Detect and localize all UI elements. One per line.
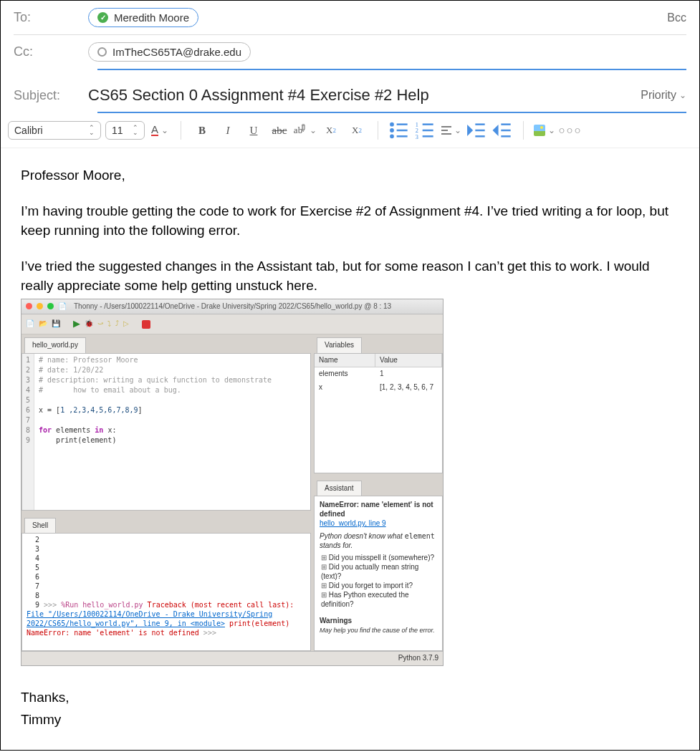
traffic-max-icon [47, 303, 54, 309]
shell-tab: Shell [24, 518, 56, 534]
superscript-button[interactable]: X2 [320, 120, 342, 140]
doc-icon: 📄 [58, 302, 67, 312]
indent-button[interactable] [492, 120, 513, 140]
highlight-button[interactable]: ab✎ ⌄ [294, 120, 316, 140]
chevron-down-icon: ⌄ [310, 125, 317, 136]
step-over-icon: ⤻ [97, 319, 103, 329]
suggestion: Has Python executed the definition? [321, 590, 437, 609]
var-row: elements1 [315, 367, 442, 381]
svg-point-4 [390, 135, 393, 138]
save-file-icon: 💾 [52, 319, 60, 329]
stepper-icon: ⌃⌄ [89, 125, 95, 135]
to-row: To: Meredith Moore Bcc [1, 1, 699, 34]
font-family-select[interactable]: Calibri ⌃⌄ [8, 121, 101, 140]
paragraph-1: I’m having trouble getting the code to w… [21, 201, 679, 241]
var-row: x[1, 2, 3, 4, 5, 6, 7 [315, 381, 442, 395]
chevron-down-icon: ⌄ [161, 125, 168, 135]
subject-label: Subject: [14, 88, 78, 103]
presence-unknown-icon [97, 47, 107, 57]
separator [523, 121, 524, 140]
align-button[interactable]: ⌄ [440, 120, 461, 140]
chevron-down-icon: ⌄ [548, 125, 555, 136]
bcc-button[interactable]: Bcc [667, 11, 686, 24]
separator [378, 121, 378, 140]
outdent-button[interactable] [466, 120, 487, 140]
svg-marker-19 [494, 127, 497, 134]
cc-chip[interactable]: ImTheCS65TA@drake.edu [88, 42, 251, 62]
variables-tab: Variables [317, 337, 362, 353]
thonny-window: 📄 Thonny - /Users/100022114/OneDrive - D… [21, 299, 444, 666]
new-file-icon: 📄 [26, 319, 34, 329]
error-link: hello_world.py, line 9 [320, 519, 386, 527]
underline-button[interactable]: U [243, 120, 264, 140]
thonny-status-bar: Python 3.7.9 [21, 651, 443, 665]
bold-button[interactable]: B [191, 120, 213, 140]
debug-icon: 🐞 [85, 319, 93, 329]
variables-pane: Name Value elements1 x[1, 2, 3, 4, 5, 6,… [314, 353, 443, 473]
stepper-icon: ⌃⌄ [133, 125, 138, 135]
chevron-down-icon: ⌄ [454, 125, 461, 136]
suggestion: Did you forget to import it? [321, 581, 437, 590]
code-content: # name: Professor Moore # date: 1/20/22 … [34, 354, 276, 510]
subscript-button[interactable]: X2 [346, 120, 368, 140]
step-into-icon: ⤵ [107, 319, 111, 329]
shell-pane: 2 3 4 5 6 7 8 9 >>> %Run hello_world.py … [21, 533, 311, 651]
traffic-close-icon [26, 303, 32, 309]
font-color-button[interactable]: A ⌄ [149, 120, 171, 140]
email-body[interactable]: Professor Moore, I’m having trouble gett… [1, 148, 699, 750]
paragraph-2: I’ve tried the suggested changes in the … [21, 256, 679, 296]
format-toolbar: Calibri ⌃⌄ 11 ⌃⌄ A ⌄ B I U abc ab✎ ⌄ X2 … [1, 113, 699, 148]
suggestion: Did you misspell it (somewhere)? [321, 553, 437, 562]
svg-point-2 [390, 129, 393, 131]
vars-col-name: Name [315, 354, 375, 367]
to-label: To: [14, 10, 78, 25]
cc-address: ImTheCS65TA@drake.edu [112, 46, 241, 58]
resume-icon: ▷ [123, 319, 129, 329]
strikethrough-button[interactable]: abc [269, 120, 290, 140]
code-editor: 123456789 # name: Professor Moore # date… [21, 353, 311, 511]
traffic-min-icon [37, 303, 43, 309]
number-list-button[interactable]: 123 [414, 120, 436, 140]
subject-row: Subject: Priority ⌄ [1, 70, 699, 112]
vars-col-value: Value [375, 354, 442, 367]
closing-thanks: Thanks, [21, 688, 679, 708]
step-out-icon: ⤴ [115, 319, 119, 329]
greeting: Professor Moore, [21, 165, 679, 185]
font-size-select[interactable]: 11 ⌃⌄ [105, 121, 145, 140]
insert-image-button[interactable]: ⌄ [534, 120, 555, 140]
cc-row: Cc: ImTheCS65TA@drake.edu [1, 35, 699, 69]
presence-available-icon [97, 12, 108, 23]
suggestion: Did you actually mean string (text)? [321, 562, 437, 581]
subject-input[interactable] [88, 83, 631, 107]
more-button[interactable]: ○○○ [560, 120, 581, 140]
signature: Timmy [21, 710, 679, 730]
priority-dropdown[interactable]: Priority ⌄ [641, 89, 686, 102]
cc-label: Cc: [14, 44, 78, 59]
svg-text:3: 3 [416, 134, 418, 140]
to-content[interactable]: Meredith Moore [88, 8, 657, 27]
assistant-pane: NameError: name 'element' is not defined… [314, 496, 443, 651]
line-gutter: 123456789 [22, 354, 34, 510]
svg-point-0 [390, 123, 393, 125]
chevron-down-icon: ⌄ [679, 90, 686, 100]
stop-icon [142, 320, 150, 329]
italic-button[interactable]: I [217, 120, 239, 140]
cc-content[interactable]: ImTheCS65TA@drake.edu [88, 42, 686, 62]
recipient-chip[interactable]: Meredith Moore [88, 8, 198, 27]
open-file-icon: 📂 [39, 319, 47, 329]
assistant-tab: Assistant [317, 481, 362, 496]
thonny-title: Thonny - /Users/100022114/OneDrive - Dra… [74, 302, 391, 312]
svg-marker-15 [468, 127, 471, 134]
thonny-toolbar: 📄 📂 💾 ▶ 🐞 ⤻ ⤵ ⤴ ▷ [21, 314, 443, 334]
bullet-list-button[interactable] [388, 120, 410, 140]
separator [181, 121, 181, 140]
recipient-name: Meredith Moore [114, 11, 189, 24]
editor-tab: hello_world.py [24, 337, 86, 353]
thonny-titlebar: 📄 Thonny - /Users/100022114/OneDrive - D… [21, 299, 443, 315]
image-icon [534, 125, 545, 136]
run-icon: ▶ [73, 317, 80, 331]
